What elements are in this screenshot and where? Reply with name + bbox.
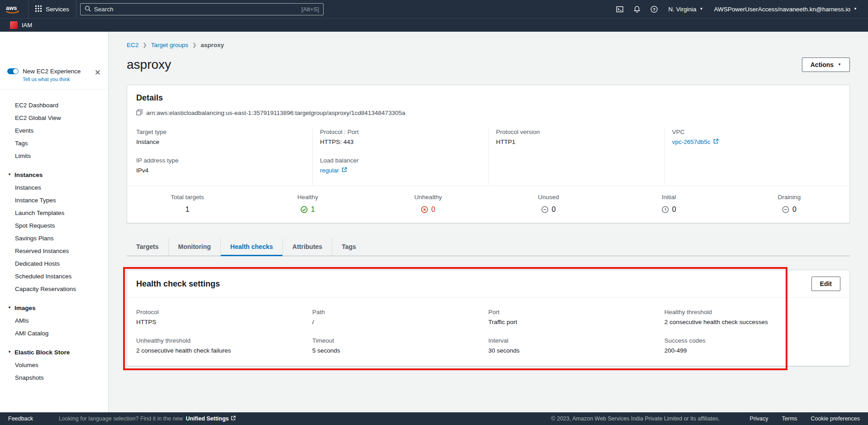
field-value: 2 consecutive health check successes [664,319,840,325]
copy-icon[interactable] [136,109,143,117]
tab-label: Tags [342,243,356,250]
tab-bar: TargetsMonitoringHealth checksAttributes… [127,239,850,256]
cloudshell-button[interactable] [611,0,629,18]
unified-settings-link[interactable]: Unified Settings [186,415,235,422]
count-number: 0 [792,205,796,214]
section-caret-icon: ▼ [8,173,11,177]
field-value: HTTP1 [496,138,664,145]
sidebar-item-events[interactable]: Events [0,124,108,137]
count-label: Initial [609,194,729,201]
edit-button[interactable]: Edit [811,277,840,291]
sidebar-item-snapshots[interactable]: Snapshots [0,371,108,384]
help-button[interactable]: ? [646,0,663,18]
field-column: Target typeInstanceIP address typeIPv4 [136,129,312,186]
tab-tags[interactable]: Tags [332,239,366,256]
target-counts-row: Total targets1Healthy1Unhealthy0Unused0I… [127,186,849,223]
banner-feedback-link[interactable]: Tell us what you think [23,76,101,82]
field-label: Path [312,309,488,315]
sidebar-item-instances[interactable]: Instances [0,181,108,194]
search-input[interactable] [94,6,298,13]
notifications-bell-button[interactable] [629,0,646,18]
feedback-link[interactable]: Feedback [8,415,33,422]
sidebar-item-label: EC2 Dashboard [15,102,58,109]
sidebar-item-instance-types[interactable]: Instance Types [0,194,108,206]
field-protocol: ProtocolHTTPS [136,309,312,325]
close-icon[interactable]: ✕ [95,69,101,76]
sidebar-item-capacity-reservations[interactable]: Capacity Reservations [0,282,108,295]
sidebar-item-tags[interactable]: Tags [0,137,108,149]
field-value: IPv4 [136,167,312,174]
count-unhealthy: Unhealthy0 [368,194,488,214]
clock-icon [662,206,669,213]
ec2-sidebar: New EC2 Experience Tell us what you thin… [0,32,109,412]
field-value: Traffic port [488,319,664,325]
field-label: Success codes [664,337,840,344]
count-initial: Initial0 [609,194,729,214]
sidebar-item-launch-templates[interactable]: Launch Templates [0,206,108,219]
vpc-link[interactable]: vpc-2657db5c [672,138,840,145]
field-column: Healthy threshold2 consecutive health ch… [664,309,840,366]
section-caret-icon: ▼ [8,350,11,354]
breadcrumb-target-groups[interactable]: Target groups [151,42,188,48]
sidebar-item-ec2-global-view[interactable]: EC2 Global View [0,111,108,124]
sidebar-item-label: Tags [15,140,28,147]
field-label: Target type [136,129,312,135]
sidebar-section-instances[interactable]: ▼Instances [0,168,108,181]
sidebar-item-volumes[interactable]: Volumes [0,358,108,371]
external-link-icon [342,167,347,174]
region-selector[interactable]: N. Virginia ▼ [663,6,709,13]
count-number: 1 [311,205,315,214]
global-search[interactable]: [Alt+S] [80,3,324,15]
sidebar-item-ami-catalog[interactable]: AMI Catalog [0,327,108,339]
tab-monitoring[interactable]: Monitoring [168,239,220,256]
sidebar-item-savings-plans[interactable]: Savings Plans [0,232,108,244]
sidebar-item-label: Reserved Instances [15,248,69,254]
sidebar-item-label: EC2 Global View [15,115,61,121]
field-value: 5 seconds [312,347,488,354]
load-balancer-link[interactable]: regular [320,167,488,174]
actions-button[interactable]: Actions ▼ [802,57,850,72]
field-label: Interval [488,337,664,344]
sidebar-item-scheduled-instances[interactable]: Scheduled Instances [0,270,108,282]
tab-attributes[interactable]: Attributes [282,239,332,256]
field-ip-address-type: IP address typeIPv4 [136,157,312,174]
sidebar-item-label: Snapshots [15,374,44,381]
privacy-link[interactable]: Privacy [750,415,768,422]
search-shortcut-hint: [Alt+S] [301,6,319,13]
tab-targets[interactable]: Targets [127,239,168,256]
sidebar-item-spot-requests[interactable]: Spot Requests [0,219,108,232]
new-experience-toggle[interactable] [7,68,19,74]
sidebar-item-amis[interactable]: AMIs [0,314,108,327]
tab-health-checks[interactable]: Health checks [220,239,282,256]
breadcrumb-separator-icon: ❯ [143,42,147,48]
main-content: EC2 ❯ Target groups ❯ asproxy asproxy Ac… [109,32,868,412]
count-value: 1 [248,205,368,214]
sidebar-item-limits[interactable]: Limits [0,149,108,162]
field-value: / [312,319,488,325]
field-label: Healthy threshold [664,309,840,315]
account-label: AWSPowerUserAccess/navaneeth.kn@harness.… [714,6,850,13]
iam-shortcut[interactable]: IAM [22,22,32,29]
field-value: 200-499 [664,347,840,354]
breadcrumb-current: asproxy [200,42,224,48]
field-value: 30 seconds [488,347,664,354]
sidebar-item-label: Elastic Block Store [14,349,70,356]
aws-logo[interactable]: aws [0,4,28,14]
field-column: Protocol : PortHTTPS: 443Load balancerre… [312,129,488,186]
count-label: Unhealthy [368,194,488,201]
sidebar-item-reserved-instances[interactable]: Reserved Instances [0,244,108,257]
field-success-codes: Success codes200-499 [664,337,840,354]
breadcrumb-ec2[interactable]: EC2 [127,42,138,48]
cookie-preferences-link[interactable]: Cookie preferences [811,415,860,422]
services-menu-button[interactable]: Services [28,0,76,18]
sidebar-section-images[interactable]: ▼Images [0,301,108,314]
account-menu[interactable]: AWSPowerUserAccess/navaneeth.kn@harness.… [709,6,863,13]
external-link-icon [231,415,236,422]
field-label: VPC [672,129,840,135]
sidebar-item-dedicated-hosts[interactable]: Dedicated Hosts [0,257,108,270]
sidebar-item-label: Volumes [15,362,38,368]
sidebar-section-elastic-block-store[interactable]: ▼Elastic Block Store [0,346,108,358]
terms-link[interactable]: Terms [782,415,797,422]
count-number: 0 [431,205,435,214]
sidebar-item-ec2-dashboard[interactable]: EC2 Dashboard [0,99,108,111]
